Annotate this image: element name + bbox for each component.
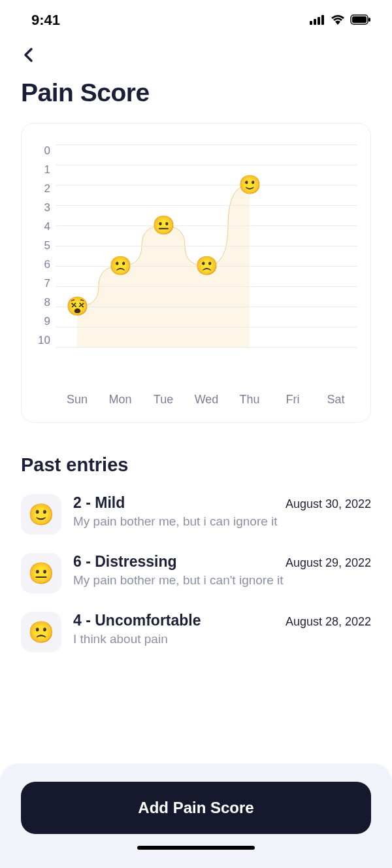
entry-date: August 28, 2022 [286,615,371,629]
chart-point: 🙂 [238,174,261,196]
status-time: 9:41 [31,12,60,29]
y-tick: 7 [44,277,50,290]
entry-desc: My pain bother me, but i can ignore it [73,514,371,529]
x-tick: Sat [314,393,357,407]
entry-item[interactable]: 🙁 4 - Uncomfortable August 28, 2022 I th… [0,605,392,664]
status-icons [310,12,371,29]
y-tick: 8 [44,296,50,309]
y-tick: 2 [44,182,50,195]
entry-date: August 30, 2022 [286,497,371,511]
entry-desc: My pain bother me, but i can't ignore it [73,573,371,588]
back-button[interactable] [0,41,392,78]
y-tick: 4 [44,220,50,233]
page-title: Pain Score [0,78,392,123]
chart-point: 🙁 [109,255,131,277]
entry-date: August 29, 2022 [286,556,371,570]
x-tick: Fri [271,393,314,407]
entry-item[interactable]: 🙂 2 - Mild August 30, 2022 My pain bothe… [0,488,392,546]
past-entries-title: Past entries [0,423,392,488]
entries-list: 🙂 2 - Mild August 30, 2022 My pain bothe… [0,488,392,664]
bottom-bar: Add Pain Score [0,763,392,868]
chevron-left-icon [21,47,37,63]
add-pain-score-button[interactable]: Add Pain Score [21,782,371,834]
pain-score-chart: 012345678910 😵🙁😐🙁🙂 SunMonTueWedThuFriSat [21,123,371,423]
y-tick: 10 [38,334,50,347]
svg-rect-5 [352,16,367,23]
home-indicator [137,846,255,850]
svg-rect-3 [321,15,324,25]
status-bar: 9:41 [0,0,392,41]
entry-title: 4 - Uncomfortable [73,612,201,629]
x-tick: Thu [228,393,271,407]
entry-emoji-icon: 😐 [21,553,61,593]
y-tick: 6 [44,258,50,271]
svg-rect-0 [310,21,312,25]
svg-rect-2 [318,17,320,25]
entry-emoji-icon: 🙁 [21,612,61,652]
y-tick: 0 [44,144,50,158]
x-tick: Mon [99,393,142,407]
entry-item[interactable]: 😐 6 - Distressing August 29, 2022 My pai… [0,546,392,605]
x-tick: Tue [142,393,185,407]
battery-icon [350,12,371,29]
entry-title: 2 - Mild [73,494,125,512]
x-tick: Sun [56,393,99,407]
entry-desc: I think about pain [73,632,371,646]
signal-icon [310,12,325,29]
chart-x-axis: SunMonTueWedThuFriSat [56,393,357,407]
wifi-icon [331,12,345,29]
x-tick: Wed [185,393,228,407]
chart-point: 😐 [152,214,174,237]
y-tick: 1 [44,163,50,176]
svg-rect-1 [314,19,316,25]
chart-point: 😵 [66,295,88,318]
y-tick: 3 [44,201,50,214]
entry-title: 6 - Distressing [73,553,177,571]
chart-y-axis: 012345678910 [35,144,56,347]
chart-point: 🙁 [195,255,218,277]
svg-rect-6 [368,18,370,22]
chart-plot: 😵🙁😐🙁🙂 [56,144,357,347]
y-tick: 5 [44,239,50,252]
entry-emoji-icon: 🙂 [21,494,61,535]
y-tick: 9 [44,315,50,328]
